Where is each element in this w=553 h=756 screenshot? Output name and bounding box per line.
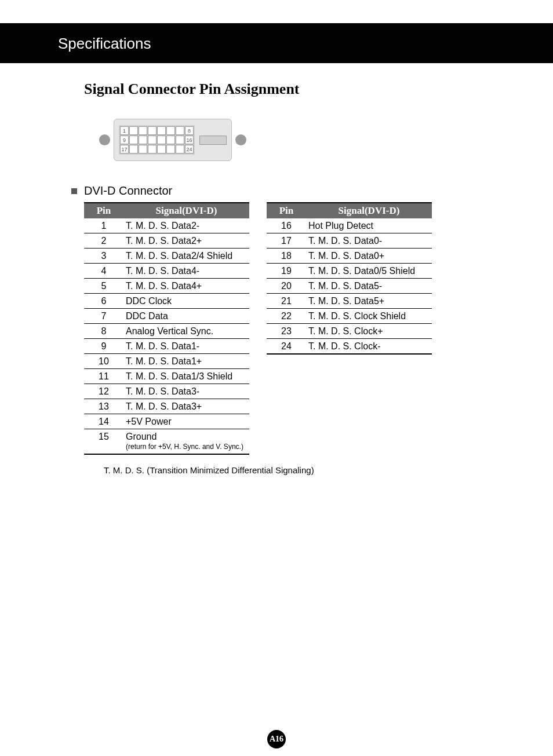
table-row: 9T. M. D. S. Data1-	[84, 339, 249, 354]
pin-tables: Pin Signal(DVI-D) 1T. M. D. S. Data2-2T.…	[84, 202, 495, 455]
signal-cell: T. M. D. S. Data0-	[306, 233, 432, 249]
table-row: 22T. M. D. S. Clock Shield	[267, 309, 432, 324]
th-signal: Signal(DVI-D)	[306, 203, 432, 218]
pin-cell: 20	[267, 279, 306, 294]
section-header: Specifications	[0, 23, 553, 63]
pin-cell: 23	[267, 324, 306, 339]
pin-corner: 8	[185, 126, 194, 135]
pin-cell: 13	[84, 399, 123, 414]
signal-cell: DDC Data	[123, 309, 249, 324]
table-row: 17T. M. D. S. Data0-	[267, 233, 432, 249]
pin-corner: 1	[120, 126, 129, 135]
signal-cell: T. M. D. S. Data2+	[123, 233, 249, 249]
pin-corner: 9	[120, 136, 129, 144]
pin-cell: 21	[267, 294, 306, 309]
page-title: Signal Connector Pin Assignment	[84, 81, 495, 98]
pin-square	[176, 145, 184, 154]
table-row: 20T. M. D. S. Data5-	[267, 279, 432, 294]
table-row: 21T. M. D. S. Data5+	[267, 294, 432, 309]
table-row: 8Analog Vertical Sync.	[84, 324, 249, 339]
pin-corner: 16	[185, 136, 194, 144]
pin-square	[148, 136, 157, 144]
table-row: 16Hot Plug Detect	[267, 218, 432, 233]
pin-cell: 9	[84, 339, 123, 354]
pin-cell: 5	[84, 279, 123, 294]
connector-subheading: DVI-D Connector	[84, 184, 172, 198]
pin-square	[148, 126, 157, 135]
pin-cell: 12	[84, 384, 123, 399]
pin-cell: 24	[267, 339, 306, 355]
th-pin: Pin	[267, 203, 306, 218]
pin-grid: 1 8 9 16 17	[119, 125, 195, 155]
table-row: 12T. M. D. S. Data3-	[84, 384, 249, 399]
signal-cell: T. M. D. S. Clock+	[306, 324, 432, 339]
pin-square	[129, 145, 138, 154]
pin-square	[176, 136, 184, 144]
table-row: 5T. M. D. S. Data4+	[84, 279, 249, 294]
pin-square	[166, 126, 175, 135]
signal-cell: T. M. D. S. Data0+	[306, 249, 432, 264]
pin-square	[129, 126, 138, 135]
table-row: 4T. M. D. S. Data4-	[84, 264, 249, 279]
pin-cell: 3	[84, 249, 123, 264]
pin-square	[139, 145, 147, 154]
screw-left-icon	[99, 134, 110, 145]
pin-cell: 11	[84, 369, 123, 384]
table-row: 1T. M. D. S. Data2-	[84, 218, 249, 233]
table-row: 7DDC Data	[84, 309, 249, 324]
pin-cell: 15	[84, 429, 123, 454]
signal-cell: T. M. D. S. Data1-	[123, 339, 249, 354]
table-row: 19T. M. D. S. Data0/5 Shield	[267, 264, 432, 279]
pin-corner: 17	[120, 145, 129, 154]
signal-cell: Analog Vertical Sync.	[123, 324, 249, 339]
th-signal: Signal(DVI-D)	[123, 203, 249, 218]
signal-cell: DDC Clock	[123, 294, 249, 309]
tmds-footnote: T. M. D. S. (Transition Minimized Differ…	[104, 465, 495, 475]
pin-square	[166, 136, 175, 144]
connector-body: 1 8 9 16 17	[114, 119, 232, 161]
pin-cell: 1	[84, 218, 123, 233]
signal-cell: T. M. D. S. Data2-	[123, 218, 249, 233]
signal-cell: T. M. D. S. Data2/4 Shield	[123, 249, 249, 264]
screw-right-icon	[235, 134, 246, 145]
pin-cell: 16	[267, 218, 306, 233]
table-row: 10T. M. D. S. Data1+	[84, 354, 249, 369]
pin-corner: 24	[185, 145, 194, 154]
signal-cell: T. M. D. S. Data0/5 Shield	[306, 264, 432, 279]
pin-square	[139, 136, 147, 144]
table-row: 14+5V Power	[84, 414, 249, 429]
page-number-badge: A16	[267, 730, 286, 748]
pin-cell: 19	[267, 264, 306, 279]
signal-cell: T. M. D. S. Data3-	[123, 384, 249, 399]
page-number-wrap: A16	[0, 730, 553, 748]
pin-square	[176, 126, 184, 135]
pin-square	[148, 145, 157, 154]
signal-cell: T. M. D. S. Data5+	[306, 294, 432, 309]
subheading-row: DVI-D Connector	[84, 184, 495, 198]
pin-cell: 10	[84, 354, 123, 369]
pin-cell: 14	[84, 414, 123, 429]
signal-cell: T. M. D. S. Data5-	[306, 279, 432, 294]
pin-cell: 7	[84, 309, 123, 324]
pin-cell: 22	[267, 309, 306, 324]
pin-cell: 2	[84, 233, 123, 249]
pin-square	[157, 145, 166, 154]
signal-cell: T. M. D. S. Data1+	[123, 354, 249, 369]
table-row: 11T. M. D. S. Data1/3 Shield	[84, 369, 249, 384]
signal-cell: +5V Power	[123, 414, 249, 429]
signal-cell: T. M. D. S. Clock Shield	[306, 309, 432, 324]
signal-subnote: (return for +5V, H. Sync. and V. Sync.)	[126, 443, 247, 452]
signal-cell: T. M. D. S. Data4-	[123, 264, 249, 279]
pin-cell: 6	[84, 294, 123, 309]
signal-cell: Hot Plug Detect	[306, 218, 432, 233]
table-row: 15Ground (return for +5V, H. Sync. and V…	[84, 429, 249, 454]
pin-table-left: Pin Signal(DVI-D) 1T. M. D. S. Data2-2T.…	[84, 202, 249, 455]
signal-cell: T. M. D. S. Data1/3 Shield	[123, 369, 249, 384]
table-row: 18T. M. D. S. Data0+	[267, 249, 432, 264]
pin-cell: 8	[84, 324, 123, 339]
th-pin: Pin	[84, 203, 123, 218]
pin-square	[139, 126, 147, 135]
table-row: 3T. M. D. S. Data2/4 Shield	[84, 249, 249, 264]
pin-cell: 4	[84, 264, 123, 279]
pin-square	[166, 145, 175, 154]
